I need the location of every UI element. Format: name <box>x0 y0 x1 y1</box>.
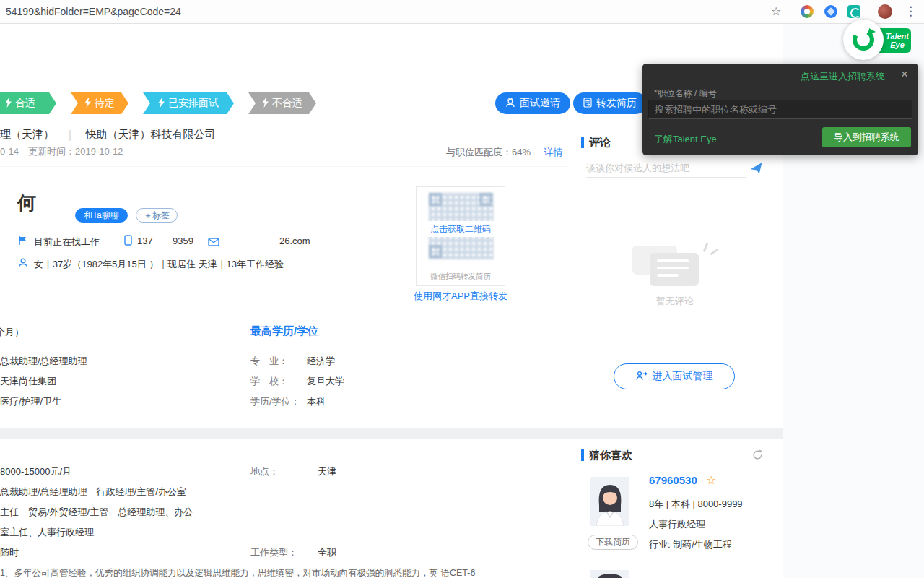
section-separator <box>0 428 783 439</box>
send-comment-icon[interactable] <box>750 163 765 178</box>
lightning-icon <box>5 98 12 110</box>
status-tab-interview-scheduled[interactable]: 已安排面试 <box>143 92 234 114</box>
refresh-icon[interactable] <box>752 449 763 463</box>
recommend-candidate-avatar[interactable] <box>590 477 629 526</box>
education-degree-value: 本科 <box>307 395 326 408</box>
lightning-icon <box>262 98 269 110</box>
browser-profile-avatar[interactable] <box>878 4 892 19</box>
education-school-value: 复旦大学 <box>307 375 344 388</box>
qr-caption: 微信扫码转发简历 <box>417 272 505 282</box>
recommend-candidate-summary: 8年 | 本科 | 8000-9999 <box>649 498 743 511</box>
comments-title: 评论 <box>589 136 611 150</box>
bookmark-star-icon[interactable]: ☆ <box>771 4 781 18</box>
job-header-line: 理（天津） ｜ 快助（天津）科技有限公司 <box>0 128 216 142</box>
talent-eye-logo[interactable] <box>843 20 884 60</box>
status-tab-suitable[interactable]: 合适 <box>0 92 56 114</box>
person-icon <box>18 258 28 271</box>
talent-eye-extension-icon[interactable] <box>847 5 860 18</box>
recommend-candidate-industry: 行业: 制药/生物工程 <box>649 538 732 551</box>
talent-eye-logo-mark <box>850 26 877 53</box>
address-bar[interactable]: 54199&hidFolder=EMP&pageCode=24 <box>6 0 181 23</box>
expected-positions-line1: 总裁助理/总经理助理 行政经理/主管/办公室 <box>0 486 186 499</box>
email-suffix: 26.com <box>279 236 310 246</box>
status-tab-unsuitable[interactable]: 不合适 <box>248 92 316 114</box>
education-major-label: 专 业： <box>250 355 288 368</box>
talent-eye-badge-line2: Eye <box>884 40 911 49</box>
education-degree-label: 学历/学位： <box>250 395 300 408</box>
get-qr-code-link[interactable]: 点击获取二维码 <box>417 221 505 237</box>
interview-flow-icon <box>636 371 648 383</box>
match-value: 64% <box>512 147 531 158</box>
match-line: 与职位匹配度：64% 详情 <box>446 145 562 159</box>
sidebar-divider <box>567 126 567 428</box>
mail-icon <box>208 236 219 249</box>
divider <box>0 166 567 167</box>
company-name: 快助（天津）科技有限公司 <box>86 128 216 140</box>
sidebar-divider <box>567 439 567 578</box>
enter-interview-management-label: 进入面试管理 <box>653 370 713 383</box>
self-evaluation: 1、多年公司高管经验，优秀的组织协调能力以及逻辑思维能力，思维缜密，对市场动向有… <box>0 566 554 578</box>
extension-icon-blue[interactable] <box>824 5 837 18</box>
job-search-input[interactable] <box>648 100 912 119</box>
basic-info-line: 女｜37岁（1982年5月15日 ）｜现居住 天津｜13年工作经验 <box>34 258 284 271</box>
job-seeking-status: 目前正在找工作 <box>34 236 100 249</box>
next-recommend-avatar-partial <box>590 570 629 578</box>
experience-position: 总裁助理/总经理助理 <box>0 355 87 368</box>
download-resume-button[interactable]: 下载简历 <box>588 535 638 550</box>
empty-comments-text: 暂无评论 <box>567 295 783 308</box>
empty-comments-illustration <box>622 243 723 290</box>
learn-talent-eye-link[interactable]: 了解Talent Eye <box>654 133 717 146</box>
favorite-star-icon[interactable]: ☆ <box>706 473 716 487</box>
update-time: 0-14 更新时间：2019-10-12 <box>0 145 123 158</box>
app-forward-link[interactable]: 使用网才APP直接转发 <box>401 290 520 303</box>
add-tag-button[interactable]: ＋标签 <box>136 208 178 223</box>
status-tab-label: 不合适 <box>272 97 302 110</box>
enter-recruit-system-hint[interactable]: 点这里进入招聘系统 <box>801 70 885 83</box>
experience-industry: 医疗/护理/卫生 <box>0 395 61 408</box>
education-major-value: 经济学 <box>307 355 335 368</box>
forward-resume-button[interactable]: 转发简历 <box>573 92 647 114</box>
lightning-icon <box>84 98 91 110</box>
status-tab-label: 待定 <box>95 97 115 110</box>
qr-corner <box>429 245 442 258</box>
extension-icon-colorful[interactable] <box>801 5 814 18</box>
divider <box>0 316 567 316</box>
enter-interview-management-button[interactable]: 进入面试管理 <box>614 363 735 389</box>
close-icon[interactable]: × <box>901 67 908 82</box>
recommend-accent-bar <box>581 449 584 461</box>
browser-toolbar: 54199&hidFolder=EMP&pageCode=24 ☆ ⋮ <box>0 0 924 24</box>
location-label: 地点： <box>250 465 279 478</box>
forward-resume-label: 转发简历 <box>596 97 637 110</box>
job-name-field-label: *职位名称 / 编号 <box>654 87 717 100</box>
phone-suffix: 9359 <box>173 236 193 246</box>
experience-company: 天津尚仕集团 <box>0 375 56 388</box>
qr-corner <box>479 193 492 206</box>
flag-icon <box>18 236 27 249</box>
match-detail-link[interactable]: 详情 <box>544 147 562 158</box>
separator: ｜ <box>64 128 75 140</box>
browser-menu-icon[interactable]: ⋮ <box>905 4 917 19</box>
interview-invite-button[interactable]: 面试邀请 <box>495 92 570 114</box>
comment-input[interactable] <box>586 159 746 178</box>
chat-with-candidate-button[interactable]: 和Ta聊聊 <box>75 208 128 223</box>
interview-invite-label: 面试邀请 <box>520 97 560 110</box>
chat-bubble-icon <box>650 253 699 286</box>
expected-positions-line2: 主任 贸易/外贸经理/主管 总经理助理、办公 <box>0 506 193 519</box>
import-to-recruit-system-button[interactable]: 导入到招聘系统 <box>822 127 911 147</box>
job-type-value: 全职 <box>318 546 336 559</box>
phone-prefix: 137 <box>137 236 153 246</box>
headset-person-icon <box>505 98 515 110</box>
expected-positions-line3: 室主任、人事行政经理 <box>0 526 94 539</box>
experience-duration: 个月） <box>0 326 24 339</box>
recommend-title: 猜你喜欢 <box>589 449 632 462</box>
qr-code-box[interactable]: 点击获取二维码 微信扫码转发简历 <box>416 186 505 286</box>
sparkle-icon <box>703 243 709 252</box>
education-school-label: 学 校： <box>250 375 288 388</box>
recommend-candidate-id-link[interactable]: 67960530 <box>649 474 697 486</box>
comments-accent-bar <box>581 137 584 148</box>
status-tab-pending[interactable]: 待定 <box>71 92 128 114</box>
job-title: 理（天津） <box>0 128 54 140</box>
document-forward-icon <box>583 98 592 110</box>
sparkle-icon <box>710 249 718 256</box>
talent-eye-badge-line1: Talent <box>884 32 911 40</box>
